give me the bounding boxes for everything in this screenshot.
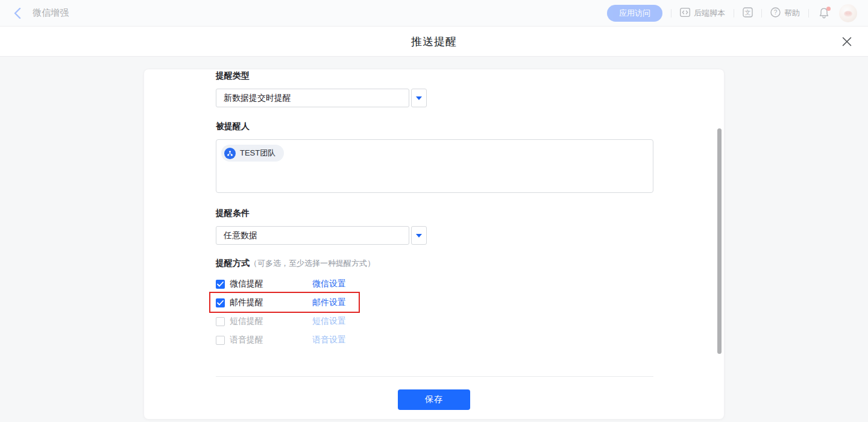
reminder-type-dropdown-button[interactable] xyxy=(411,89,427,107)
footer-divider xyxy=(216,376,653,377)
condition-value: 任意数据 xyxy=(224,230,257,241)
svg-text:文: 文 xyxy=(745,9,751,16)
method-row-sms: 短信提醒 短信设置 xyxy=(216,315,346,328)
translate-icon: 文 xyxy=(743,7,753,19)
chevron-down-icon xyxy=(416,234,422,238)
wechat-checkbox[interactable] xyxy=(216,280,225,289)
reminder-type-label: 提醒类型 xyxy=(216,71,250,81)
topbar-content: 微信增强 应用访问 后端脚本 文 ? 帮助 xyxy=(11,4,857,22)
code-icon xyxy=(680,8,690,19)
voice-checkbox[interactable] xyxy=(216,336,225,345)
topbar-divider xyxy=(671,9,671,17)
modal-header: 推送提醒 xyxy=(0,27,868,57)
close-icon[interactable] xyxy=(840,35,854,48)
voice-settings-link[interactable]: 语音设置 xyxy=(312,335,346,345)
wechat-settings-link[interactable]: 微信设置 xyxy=(312,279,346,289)
methods-hint: （可多选，至少选择一种提醒方式） xyxy=(250,258,375,269)
check-icon xyxy=(217,300,224,306)
topbar-divider xyxy=(761,9,762,17)
email-method-label: 邮件提醒 xyxy=(230,297,312,308)
recipient-chip-label: TEST团队 xyxy=(240,148,275,159)
reminder-type-select[interactable]: 新数据提交时提醒 xyxy=(216,89,409,107)
sms-method-label: 短信提醒 xyxy=(230,316,312,327)
notification-dot xyxy=(826,7,831,11)
translate-button[interactable]: 文 xyxy=(743,7,753,19)
svg-text:?: ? xyxy=(774,9,778,16)
voice-method-label: 语音提醒 xyxy=(230,335,312,345)
topbar-divider xyxy=(808,9,809,17)
condition-label: 提醒条件 xyxy=(216,208,250,219)
notification-bell-button[interactable] xyxy=(817,7,831,20)
recipients-input[interactable]: TEST团队 xyxy=(216,139,653,193)
chevron-down-icon xyxy=(416,96,422,100)
method-row-wechat: 微信提醒 微信设置 xyxy=(216,277,346,291)
methods-label-row: 提醒方式 （可多选，至少选择一种提醒方式） xyxy=(216,258,375,269)
team-icon xyxy=(224,148,236,159)
recipients-label: 被提醒人 xyxy=(216,121,250,132)
topbar-divider xyxy=(734,9,734,17)
method-row-voice: 语音提醒 语音设置 xyxy=(216,333,346,347)
help-button[interactable]: ? 帮助 xyxy=(770,7,800,19)
app-access-button[interactable]: 应用访问 xyxy=(607,5,662,22)
app-title: 微信增强 xyxy=(33,7,69,19)
help-label: 帮助 xyxy=(784,8,800,19)
modal-title: 推送提醒 xyxy=(411,34,457,49)
methods-label: 提醒方式 xyxy=(216,258,250,269)
backend-script-button[interactable]: 后端脚本 xyxy=(680,8,725,19)
user-avatar[interactable] xyxy=(839,4,857,22)
wechat-method-label: 微信提醒 xyxy=(230,279,312,289)
email-checkbox[interactable] xyxy=(216,298,225,307)
back-icon[interactable] xyxy=(11,7,24,20)
condition-dropdown-button[interactable] xyxy=(411,226,427,245)
email-settings-link[interactable]: 邮件设置 xyxy=(312,297,346,308)
help-icon: ? xyxy=(770,7,781,19)
top-navigation-bar: 微信增强 应用访问 后端脚本 文 ? 帮助 xyxy=(0,0,868,27)
save-button[interactable]: 保存 xyxy=(398,389,470,410)
vertical-scrollbar[interactable] xyxy=(717,128,722,354)
method-row-email: 邮件提醒 邮件设置 xyxy=(216,296,346,309)
sms-checkbox[interactable] xyxy=(216,317,225,326)
backend-script-label: 后端脚本 xyxy=(694,8,725,19)
check-icon xyxy=(217,282,224,287)
recipient-chip[interactable]: TEST团队 xyxy=(221,145,284,162)
sms-settings-link[interactable]: 短信设置 xyxy=(312,316,346,327)
reminder-type-value: 新数据提交时提醒 xyxy=(224,93,291,104)
condition-select[interactable]: 任意数据 xyxy=(216,226,409,245)
